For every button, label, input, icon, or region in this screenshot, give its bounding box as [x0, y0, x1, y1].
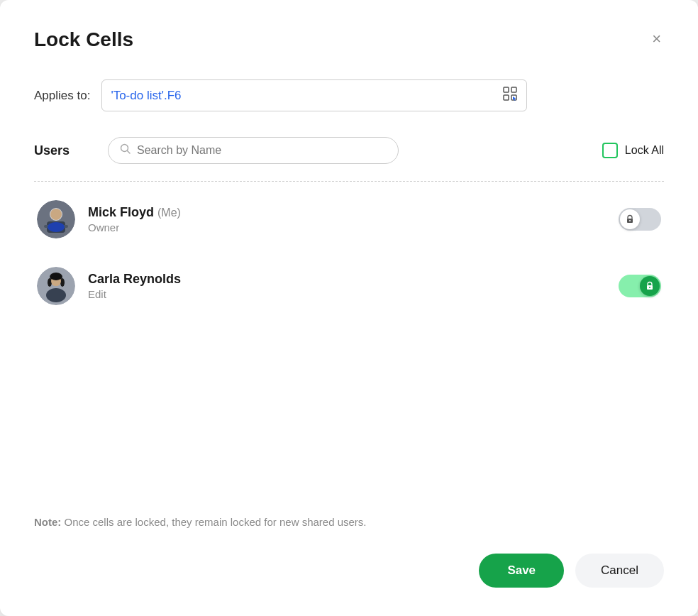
svg-rect-2	[504, 95, 509, 100]
svg-point-12	[50, 209, 62, 220]
svg-point-19	[48, 278, 52, 287]
svg-point-15	[629, 220, 631, 221]
save-button[interactable]: Save	[479, 554, 564, 588]
svg-point-25	[649, 287, 650, 288]
search-icon	[120, 143, 131, 158]
toggle-on-carla[interactable]	[619, 275, 661, 297]
svg-rect-1	[511, 87, 516, 92]
user-role-mick: Owner	[88, 221, 606, 233]
toggle-mick[interactable]	[619, 208, 661, 231]
toggle-knob-mick	[620, 209, 640, 229]
user-name-mick: Mick Floyd (Me)	[88, 205, 606, 220]
lock-cells-dialog: Lock Cells × Applies to: 'To-do list'.F6…	[0, 0, 698, 616]
avatar-carla	[37, 267, 75, 305]
note-section: Note: Once cells are locked, they remain…	[34, 488, 664, 542]
dialog-title: Lock Cells	[34, 28, 133, 51]
svg-line-6	[128, 151, 131, 154]
table-row: Mick Floyd (Me) Owner	[34, 187, 664, 251]
svg-point-20	[60, 278, 65, 287]
svg-point-21	[46, 288, 66, 302]
svg-point-13	[48, 222, 65, 232]
applies-to-value: 'To-do list'.F6	[111, 89, 497, 103]
user-role-carla: Edit	[88, 288, 606, 300]
toggle-off-mick[interactable]	[619, 208, 661, 231]
grid-icon[interactable]	[502, 86, 518, 105]
applies-to-row: Applies to: 'To-do list'.F6	[34, 79, 664, 111]
users-label: Users	[34, 143, 91, 158]
lock-all-label: Lock All	[625, 144, 664, 157]
user-list: Mick Floyd (Me) Owner	[34, 187, 664, 318]
user-info-carla: Carla Reynolds Edit	[88, 272, 606, 300]
avatar-mick	[37, 200, 75, 238]
lock-all-wrapper: Lock All	[602, 143, 664, 158]
lock-all-checkbox[interactable]	[602, 143, 618, 158]
user-tag-mick: (Me)	[157, 207, 181, 219]
svg-point-23	[50, 273, 62, 280]
applies-to-input[interactable]: 'To-do list'.F6	[101, 79, 527, 111]
dialog-footer: Save Cancel	[34, 542, 664, 588]
applies-to-label: Applies to:	[34, 89, 90, 103]
search-input[interactable]	[137, 144, 387, 157]
svg-rect-0	[504, 87, 509, 92]
table-row: Carla Reynolds Edit	[34, 254, 664, 318]
user-info-mick: Mick Floyd (Me) Owner	[88, 205, 606, 233]
divider	[34, 181, 664, 182]
user-name-carla: Carla Reynolds	[88, 272, 606, 287]
note-prefix: Note:	[34, 516, 61, 528]
note-body: Once cells are locked, they remain locke…	[61, 516, 366, 528]
close-button[interactable]: ×	[649, 28, 664, 50]
search-wrapper[interactable]	[108, 137, 399, 164]
note-text: Note: Once cells are locked, they remain…	[34, 516, 664, 528]
toggle-knob-carla	[640, 276, 660, 296]
dialog-header: Lock Cells ×	[34, 28, 664, 51]
cancel-button[interactable]: Cancel	[575, 554, 664, 588]
users-toolbar: Users Lock All	[34, 137, 664, 164]
toggle-carla[interactable]	[619, 275, 661, 297]
